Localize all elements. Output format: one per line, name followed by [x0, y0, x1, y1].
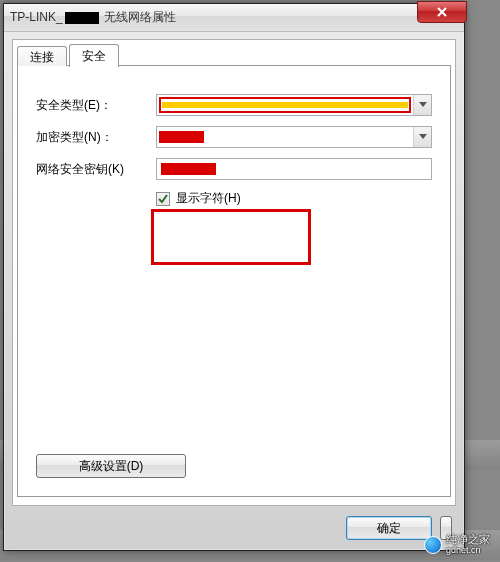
- label-security-type: 安全类型(E)：: [36, 97, 156, 114]
- chevron-down-icon: [419, 134, 427, 140]
- titlebar[interactable]: TP-LINK_ 无线网络属性: [4, 4, 464, 32]
- watermark: 纯净之家 gdnet.cn: [424, 534, 490, 556]
- close-button[interactable]: [417, 1, 467, 23]
- redacted-value: [159, 97, 411, 113]
- watermark-url: gdnet.cn: [446, 545, 490, 556]
- close-icon: [436, 6, 448, 18]
- window-title: TP-LINK_ 无线网络属性: [10, 9, 176, 26]
- dropdown-arrow[interactable]: [413, 127, 431, 147]
- ok-button[interactable]: 确定: [346, 516, 432, 540]
- dialog-window: TP-LINK_ 无线网络属性 连接 安全 安全类型(E)：: [3, 3, 465, 551]
- combo-encryption-type[interactable]: [156, 126, 432, 148]
- annotation-highlight: [151, 209, 311, 265]
- row-encryption-type: 加密类型(N)：: [36, 126, 432, 148]
- label-network-key: 网络安全密钥(K): [36, 161, 156, 178]
- watermark-name: 纯净之家: [446, 534, 490, 545]
- row-show-characters: 显示字符(H): [156, 190, 432, 207]
- check-icon: [158, 194, 168, 204]
- watermark-logo-icon: [424, 536, 442, 554]
- label-show-characters: 显示字符(H): [176, 190, 241, 207]
- row-network-key: 网络安全密钥(K): [36, 158, 432, 180]
- tab-security[interactable]: 安全: [69, 44, 119, 67]
- advanced-settings-label: 高级设置(D): [79, 458, 144, 475]
- redacted-value: [161, 161, 427, 177]
- combo-security-type[interactable]: [156, 94, 432, 116]
- dialog-body: 连接 安全 安全类型(E)： 加密类型(N)：: [12, 39, 456, 506]
- row-security-type: 安全类型(E)：: [36, 94, 432, 116]
- dropdown-arrow[interactable]: [413, 95, 431, 115]
- chevron-down-icon: [419, 102, 427, 108]
- redacted-value: [159, 129, 411, 145]
- redacted-ssid: [65, 12, 99, 24]
- advanced-settings-button[interactable]: 高级设置(D): [36, 454, 186, 478]
- tab-connection[interactable]: 连接: [17, 46, 67, 66]
- label-encryption-type: 加密类型(N)：: [36, 129, 156, 146]
- ok-label: 确定: [377, 520, 401, 537]
- input-network-key[interactable]: [156, 158, 432, 180]
- checkbox-show-characters[interactable]: [156, 192, 170, 206]
- tab-row: 连接 安全: [13, 40, 455, 66]
- tab-panel-security: 安全类型(E)： 加密类型(N)：: [17, 65, 451, 497]
